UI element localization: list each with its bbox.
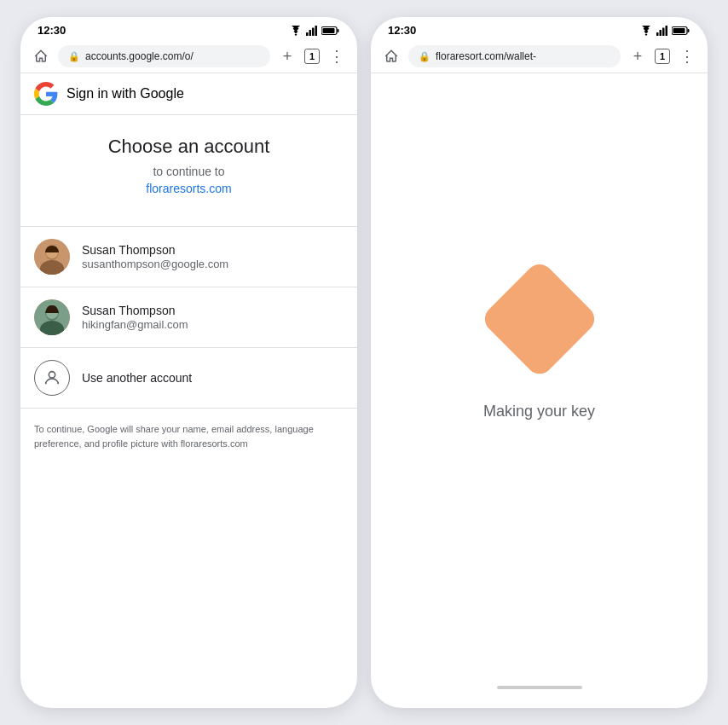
svg-rect-3 [315,26,318,36]
diamond-shape [479,258,599,379]
account-email-0: susanthompson@google.com [82,258,228,270]
svg-rect-6 [338,29,339,32]
home-indicator-right [497,686,582,689]
person-icon [34,360,70,396]
new-tab-button-right[interactable]: + [627,46,648,67]
site-header-text: Sign in with Google [66,86,184,102]
svg-rect-22 [688,29,690,32]
making-key-content: Making your key [371,73,708,674]
svg-rect-21 [673,28,685,33]
svg-rect-18 [662,27,665,36]
account-info-0: Susan Thompson susanthompson@google.com [82,243,228,270]
menu-button-left[interactable]: ⋮ [326,46,347,67]
time-right: 12:30 [388,24,416,37]
account-name-1: Susan Thompson [82,304,188,317]
battery-icon [321,26,340,36]
new-tab-button-left[interactable]: + [277,46,298,67]
site-link[interactable]: floraresorts.com [146,182,231,195]
url-left: accounts.google.com/o/ [85,50,194,62]
site-header-left: Sign in with Google [20,73,357,115]
page-title: Choose an account [108,136,270,158]
left-phone: 12:30 [20,17,357,708]
home-button-left[interactable] [31,46,51,67]
bottom-bar-right [371,674,708,708]
choose-account-container: Choose an account to continue to florare… [20,115,357,226]
lock-icon-left: 🔒 [68,51,80,62]
accounts-list: Susan Thompson susanthompson@google.com [20,226,357,409]
svg-rect-17 [660,30,662,36]
lock-icon-right: 🔒 [419,51,430,62]
url-right: floraresort.com/wallet- [436,50,536,62]
account-item-1[interactable]: Susan Thompson hikingfan@gmail.com [20,287,357,348]
svg-rect-19 [666,26,668,36]
privacy-note: To continue, Google will share your name… [20,409,357,464]
right-phone: 12:30 [371,17,708,708]
address-bar-left[interactable]: 🔒 accounts.google.com/o/ [58,45,270,67]
menu-button-right[interactable]: ⋮ [677,46,697,67]
svg-point-15 [49,372,55,378]
svg-rect-1 [309,30,312,36]
svg-rect-2 [312,27,315,36]
signal-icon-right [656,26,668,36]
tab-count-left[interactable]: 1 [304,49,320,64]
svg-rect-0 [306,32,309,36]
address-bar-right[interactable]: 🔒 floraresort.com/wallet- [408,45,621,67]
home-button-right[interactable] [381,46,402,67]
google-logo [34,82,58,106]
status-bar-left: 12:30 [20,17,357,40]
svg-rect-16 [656,32,659,36]
tab-count-right[interactable]: 1 [655,49,670,64]
battery-icon-right [672,26,690,36]
avatar-0 [34,239,70,275]
status-bar-right: 12:30 [371,17,708,40]
status-icons-right [639,26,690,36]
page-content-left: Choose an account to continue to florare… [20,115,357,708]
signal-icon [306,26,318,36]
time-left: 12:30 [38,24,66,37]
wifi-icon [289,26,303,36]
use-another-account-item[interactable]: Use another account [20,348,357,409]
avatar-1 [34,299,70,335]
browser-chrome-right: 🔒 floraresort.com/wallet- + 1 ⋮ [371,40,708,73]
account-email-1: hikingfan@gmail.com [82,318,188,331]
use-another-text: Use another account [82,371,192,385]
wifi-icon-right [639,26,653,36]
account-info-1: Susan Thompson hikingfan@gmail.com [82,304,188,331]
account-name-0: Susan Thompson [82,243,228,257]
making-key-text: Making your key [483,403,595,420]
browser-chrome-left: 🔒 accounts.google.com/o/ + 1 ⋮ [20,40,357,73]
svg-rect-5 [323,28,335,33]
account-item-0[interactable]: Susan Thompson susanthompson@google.com [20,227,357,287]
status-icons-left [289,26,340,36]
continue-text: to continue to [153,165,224,178]
